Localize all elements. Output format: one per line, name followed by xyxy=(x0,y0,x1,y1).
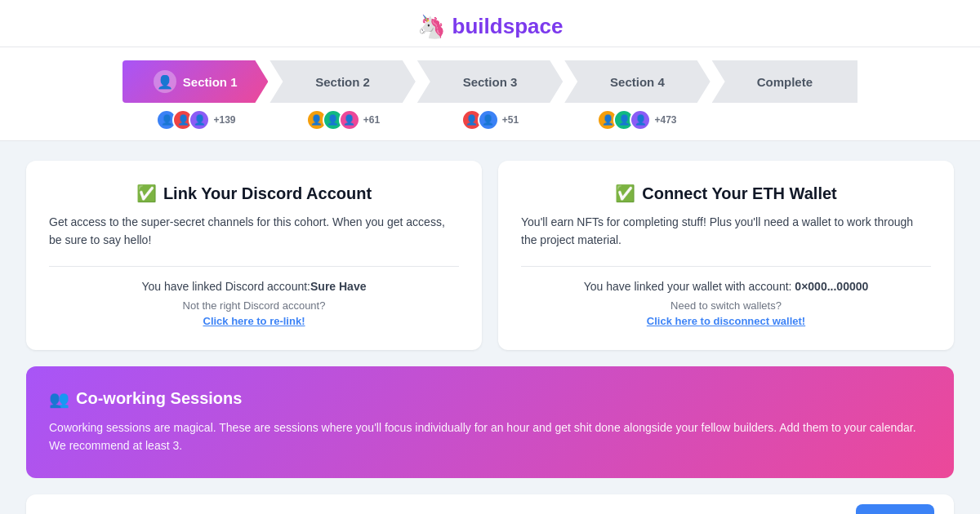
cards-row: ✅ Link Your Discord Account Get access t… xyxy=(26,161,954,350)
next-button[interactable]: Next → xyxy=(856,504,934,514)
avatar-3: 👤 xyxy=(189,109,210,131)
discord-card-title: ✅ Link Your Discord Account xyxy=(49,184,459,203)
wallet-card-status: You have linked your wallet with account… xyxy=(521,280,931,293)
wallet-card-hint: Need to switch wallets? xyxy=(521,299,931,312)
wallet-disconnect-link[interactable]: Click here to disconnect wallet! xyxy=(521,315,931,327)
discord-card: ✅ Link Your Discord Account Get access t… xyxy=(26,161,482,350)
main-content: ✅ Link Your Discord Account Get access t… xyxy=(0,141,980,514)
tab-section2-label: Section 2 xyxy=(315,75,370,89)
wallet-card-desc: You'll earn NFTs for completing stuff! P… xyxy=(521,213,931,250)
tab-section4-label: Section 4 xyxy=(610,75,665,89)
tab-complete-label: Complete xyxy=(757,75,813,89)
wallet-card-divider xyxy=(521,266,931,267)
discord-card-hint: Not the right Discord account? xyxy=(49,299,459,312)
avatar-group-section2: 👤 👤 👤 +61 xyxy=(270,109,416,131)
coworking-icon: 👥 xyxy=(49,389,69,409)
tab-section1[interactable]: 👤 Section 1 xyxy=(122,60,268,103)
nav-tabs: 👤 Section 1 Section 2 Section 3 Section … xyxy=(122,47,858,103)
avatar-count-section4: +473 xyxy=(654,114,676,126)
wallet-card-icon: ✅ xyxy=(615,184,635,203)
coworking-card-desc: Coworking sessions are magical. These ar… xyxy=(49,419,931,455)
logo: 🦄 buildspace xyxy=(417,13,564,40)
avatar-group-section1: 👤 👤 👤 +139 xyxy=(122,109,270,131)
discord-card-desc: Get access to the super-secret channels … xyxy=(49,213,459,250)
avatar-8: 👤 xyxy=(478,109,499,131)
wallet-card: ✅ Connect Your ETH Wallet You'll earn NF… xyxy=(498,161,954,350)
tab-complete[interactable]: Complete xyxy=(712,60,858,103)
header: 🦄 buildspace xyxy=(0,0,980,47)
avatar-group-section4: 👤 👤 👤 +473 xyxy=(564,109,710,131)
logo-text: buildspace xyxy=(452,14,564,39)
discord-relink-link[interactable]: Click here to re-link! xyxy=(49,315,459,327)
discord-card-icon: ✅ xyxy=(136,184,157,203)
nav-container: 👤 Section 1 Section 2 Section 3 Section … xyxy=(0,47,980,141)
avatar-count-section2: +61 xyxy=(363,114,380,126)
avatar-groups: 👤 👤 👤 +139 👤 👤 👤 +61 👤 👤 +51 👤 👤 👤 +473 xyxy=(122,103,858,140)
wallet-card-title: ✅ Connect Your ETH Wallet xyxy=(521,184,931,203)
tab-section4[interactable]: Section 4 xyxy=(564,60,710,103)
tab-section1-label: Section 1 xyxy=(183,75,238,89)
avatar-11: 👤 xyxy=(630,109,651,131)
logo-icon: 🦄 xyxy=(417,13,446,40)
avatar-count-section1: +139 xyxy=(213,114,235,126)
avatar-count-section3: +51 xyxy=(502,114,519,126)
avatar-6: 👤 xyxy=(339,109,360,131)
coworking-card: 👥 Co-working Sessions Coworking sessions… xyxy=(26,366,954,478)
avatar-group-section3: 👤 👤 +51 xyxy=(416,109,564,131)
avatar-group-complete xyxy=(710,109,858,131)
tab-section1-avatar: 👤 xyxy=(154,70,176,93)
tab-section3[interactable]: Section 3 xyxy=(417,60,563,103)
discord-card-divider xyxy=(49,266,459,267)
discord-card-status: You have linked Discord account:Sure Hav… xyxy=(49,280,459,293)
bottom-card: Next → xyxy=(26,494,954,514)
tab-section2[interactable]: Section 2 xyxy=(270,60,415,103)
coworking-card-title: 👥 Co-working Sessions xyxy=(49,389,931,409)
tab-section3-label: Section 3 xyxy=(463,75,518,89)
